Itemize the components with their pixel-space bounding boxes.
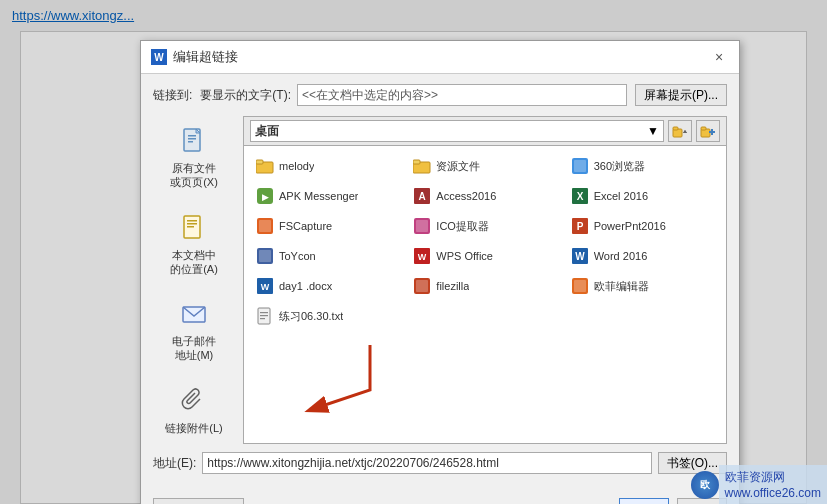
file-icon-img: X [570,186,590,206]
file-icon-img [255,156,275,176]
file-item[interactable]: ICO提取器 [407,212,562,240]
file-item[interactable]: ToYcon [250,242,405,270]
file-item[interactable]: A Access2016 [407,182,562,210]
screen-tip-button[interactable]: 屏幕提示(P)... [635,84,727,106]
dialog-body: 链接到: 要显示的文字(T): 屏幕提示(P)... 原有文件或页页(X) [141,74,739,484]
file-icon-img: W [255,276,275,296]
close-button[interactable]: × [709,47,729,67]
up-folder-button[interactable] [668,120,692,142]
file-name-label: 练习06.30.txt [279,309,343,324]
file-name-label: day1 .docx [279,280,332,292]
footer-left: 删除链接(R) [153,498,244,504]
svg-text:A: A [419,191,426,202]
file-name-label: ICO提取器 [436,219,489,234]
sidebar-item-this-doc[interactable]: 本文档中的位置(A) [153,203,235,286]
file-name-label: FSCapture [279,220,332,232]
file-name-label: APK Messenger [279,190,358,202]
location-dropdown[interactable]: 桌面 ▼ [250,120,664,142]
file-grid: melody 资源文件 360浏览器 ▶ APK Messenger A Acc… [244,146,726,336]
svg-rect-11 [673,127,678,130]
sidebar-label-attachment: 链接附件(L) [165,421,222,435]
file-icon-img: W [412,246,432,266]
svg-rect-30 [259,220,271,232]
file-icon-img [570,276,590,296]
file-item[interactable]: W day1 .docx [250,272,405,300]
svg-rect-20 [413,160,420,164]
svg-rect-32 [416,220,428,232]
new-folder-button[interactable] [696,120,720,142]
display-text-input[interactable] [297,84,627,106]
sidebar-item-existing-file[interactable]: 原有文件或页页(X) [153,116,235,199]
title-left: W 编辑超链接 [151,48,238,66]
watermark: 欧 欧菲资源网 www.office26.com [691,465,828,504]
file-item[interactable]: P PowerPnt2016 [565,212,720,240]
file-name-label: 360浏览器 [594,159,645,174]
sidebar-label-this-doc: 本文档中的位置(A) [170,248,218,277]
file-item[interactable]: 360浏览器 [565,152,720,180]
svg-rect-8 [187,226,194,228]
file-icon-img [255,216,275,236]
svg-rect-3 [188,141,193,143]
sidebar-label-existing: 原有文件或页页(X) [170,161,218,190]
svg-rect-2 [188,138,196,140]
svg-rect-49 [260,315,268,316]
file-item[interactable]: ▶ APK Messenger [250,182,405,210]
sidebar: 原有文件或页页(X) 本文档中的位置(A) 电子邮件地址(M) [153,116,243,444]
watermark-site-name: 欧菲资源网 [725,470,785,484]
file-icon-img [570,156,590,176]
file-browser: 桌面 ▼ melody 资源文件 360 [243,116,727,444]
file-name-label: 资源文件 [436,159,480,174]
svg-rect-36 [259,250,271,262]
svg-marker-12 [683,130,687,133]
remove-link-button[interactable]: 删除链接(R) [153,498,244,504]
svg-rect-1 [188,135,196,137]
svg-text:X: X [576,191,583,202]
file-browser-header: 桌面 ▼ [244,117,726,146]
file-icon-img: A [412,186,432,206]
svg-rect-44 [416,280,428,292]
file-item[interactable]: melody [250,152,405,180]
watermark-url: www.office26.com [725,486,822,500]
file-item[interactable]: FSCapture [250,212,405,240]
svg-rect-18 [256,160,263,164]
file-item[interactable]: X Excel 2016 [565,182,720,210]
file-name-label: ToYcon [279,250,316,262]
dropdown-arrow-icon: ▼ [647,124,659,138]
svg-text:W: W [418,252,427,262]
svg-rect-22 [574,160,586,172]
svg-text:W: W [575,251,585,262]
file-name-label: melody [279,160,314,172]
sidebar-item-attachment[interactable]: 链接附件(L) [153,376,235,444]
file-item[interactable]: 欧菲编辑器 [565,272,720,300]
file-icon-img [412,156,432,176]
arrow-decoration [531,498,611,504]
svg-text:P: P [576,221,583,232]
file-item[interactable]: W WPS Office [407,242,562,270]
file-item[interactable]: W Word 2016 [565,242,720,270]
edit-hyperlink-dialog: W 编辑超链接 × 链接到: 要显示的文字(T): 屏幕提示(P)... 原 [140,40,740,504]
file-name-label: filezilla [436,280,469,292]
file-name-label: Access2016 [436,190,496,202]
file-item[interactable]: 资源文件 [407,152,562,180]
dialog-main: 原有文件或页页(X) 本文档中的位置(A) 电子邮件地址(M) [153,116,727,444]
file-icon-img [412,276,432,296]
attachment-icon [178,385,210,417]
file-item[interactable]: 练习06.30.txt [250,302,405,330]
file-name-label: WPS Office [436,250,493,262]
sidebar-item-email[interactable]: 电子邮件地址(M) [153,289,235,372]
svg-rect-50 [260,318,265,319]
address-label: 地址(E): [153,455,196,472]
svg-rect-6 [187,220,197,222]
file-name-label: PowerPnt2016 [594,220,666,232]
doc-icon [178,212,210,244]
watermark-logo: 欧 [691,471,719,499]
ok-button[interactable]: 确定 [619,498,669,504]
dialog-titlebar: W 编辑超链接 × [141,41,739,74]
display-text-label: 要显示的文字(T): [200,87,291,104]
svg-text:▶: ▶ [262,192,269,202]
file-icon [178,125,210,157]
file-item[interactable]: filezilla [407,272,562,300]
sidebar-label-email: 电子邮件地址(M) [172,334,216,363]
svg-rect-14 [701,127,706,130]
address-input[interactable] [202,452,651,474]
